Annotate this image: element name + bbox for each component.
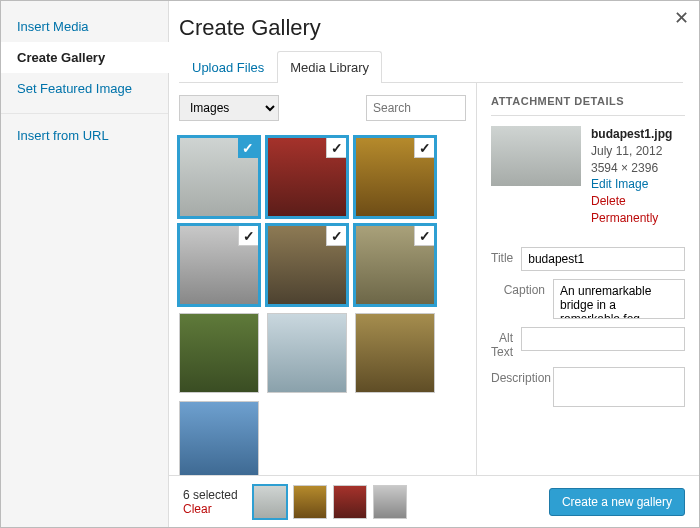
sidebar-item-0[interactable]: Insert Media (1, 11, 168, 42)
details-dimensions: 3594 × 2396 (591, 160, 685, 177)
details-date: July 11, 2012 (591, 143, 685, 160)
sidebar-item-1[interactable]: Create Gallery (1, 42, 169, 73)
attachment-details: ATTACHMENT DETAILS budapest1.jpg July 11… (477, 83, 699, 475)
check-icon[interactable]: ✓ (414, 138, 434, 158)
description-field[interactable] (553, 367, 685, 407)
media-type-select[interactable]: Images (179, 95, 279, 121)
strip-thumb-2[interactable] (333, 485, 367, 519)
details-heading: ATTACHMENT DETAILS (491, 95, 685, 116)
check-icon[interactable]: ✓ (238, 138, 258, 158)
thumbnail-7[interactable] (267, 313, 347, 393)
details-filename: budapest1.jpg (591, 126, 685, 143)
selected-count: 6 selected (183, 488, 253, 502)
thumbnail-1[interactable]: ✓ (267, 137, 347, 217)
close-icon[interactable]: ✕ (674, 7, 689, 29)
edit-image-link[interactable]: Edit Image (591, 176, 685, 193)
selection-strip (253, 485, 549, 519)
create-gallery-button[interactable]: Create a new gallery (549, 488, 685, 516)
thumbnail-5[interactable]: ✓ (355, 225, 435, 305)
title-field[interactable] (521, 247, 685, 271)
tabs: Upload FilesMedia Library (179, 51, 683, 83)
caption-field[interactable] (553, 279, 685, 319)
page-title: Create Gallery (179, 15, 683, 41)
thumbnail-9[interactable] (179, 401, 259, 475)
strip-thumb-3[interactable] (373, 485, 407, 519)
thumbnail-2[interactable]: ✓ (355, 137, 435, 217)
thumbnail-grid: ✓✓✓✓✓✓ (169, 133, 476, 475)
sidebar: Insert MediaCreate GallerySet Featured I… (1, 1, 169, 527)
check-icon[interactable]: ✓ (326, 226, 346, 246)
thumbnail-4[interactable]: ✓ (267, 225, 347, 305)
strip-thumb-0[interactable] (253, 485, 287, 519)
title-label: Title (491, 247, 521, 265)
description-label: Description (491, 367, 553, 385)
sidebar-item-3[interactable]: Insert from URL (1, 120, 168, 151)
strip-thumb-1[interactable] (293, 485, 327, 519)
check-icon[interactable]: ✓ (326, 138, 346, 158)
thumbnail-3[interactable]: ✓ (179, 225, 259, 305)
delete-permanently-link[interactable]: Delete Permanently (591, 193, 685, 227)
tab-1[interactable]: Media Library (277, 51, 382, 83)
check-icon[interactable]: ✓ (414, 226, 434, 246)
alt-text-field[interactable] (521, 327, 685, 351)
clear-selection[interactable]: Clear (183, 502, 253, 516)
thumbnail-0[interactable]: ✓ (179, 137, 259, 217)
thumbnail-8[interactable] (355, 313, 435, 393)
thumbnail-6[interactable] (179, 313, 259, 393)
search-input[interactable] (366, 95, 466, 121)
caption-label: Caption (491, 279, 553, 297)
footer: 6 selected Clear Create a new gallery (169, 475, 699, 527)
details-thumbnail (491, 126, 581, 186)
check-icon[interactable]: ✓ (238, 226, 258, 246)
tab-0[interactable]: Upload Files (179, 51, 277, 83)
sidebar-item-2[interactable]: Set Featured Image (1, 73, 168, 104)
alt-text-label: Alt Text (491, 327, 521, 359)
